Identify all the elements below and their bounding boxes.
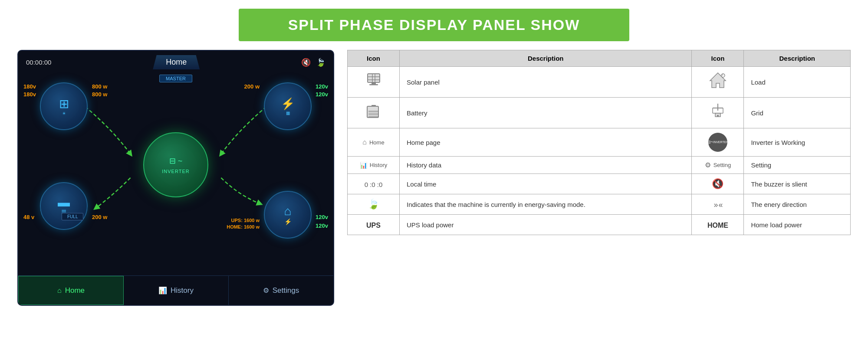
svg-rect-12 bbox=[372, 105, 376, 107]
inverter-symbol: ⊟ ~ bbox=[169, 156, 183, 167]
history-icon-sm: 📊 bbox=[360, 162, 367, 169]
time-display-icon: 0 :0 :0 bbox=[365, 181, 383, 188]
solar-power2: 800 w bbox=[92, 91, 107, 98]
solar-icon-cell bbox=[348, 67, 400, 98]
svg-rect-14 bbox=[368, 113, 379, 115]
nav-settings-label: Settings bbox=[273, 286, 299, 295]
direction-cell: ›› ‹‹ bbox=[692, 194, 744, 215]
grid-voltage1: 120v bbox=[316, 83, 328, 91]
master-badge: MASTER bbox=[159, 75, 192, 82]
top-bar: 00:00:00 Home 🔇 🍃 bbox=[18, 51, 333, 74]
solar-voltage1: 180v bbox=[23, 83, 36, 91]
home-nav-text: Home bbox=[369, 139, 385, 146]
home-page-desc: Home page bbox=[400, 128, 692, 157]
svg-rect-1 bbox=[368, 74, 380, 82]
ups-desc: UPS load power bbox=[400, 215, 692, 235]
full-badge: FULL bbox=[62, 213, 83, 220]
page-title: SPLIT PHASE DISPLAY PANEL SHOW bbox=[256, 16, 612, 33]
svg-rect-22 bbox=[717, 115, 719, 117]
history-nav-text: History bbox=[370, 162, 387, 168]
setting-desc: Setting bbox=[744, 157, 851, 174]
header-banner: SPLIT PHASE DISPLAY PANEL SHOW bbox=[239, 9, 629, 41]
settings-icon-sm: ⚙ bbox=[705, 161, 711, 169]
inverter-circle: ⊟ ~ INVERTER bbox=[143, 132, 208, 197]
home-text-label: HOME bbox=[707, 222, 728, 229]
buzzer-cell: 🔇 bbox=[692, 174, 744, 194]
solar-desc: Solar panel bbox=[400, 67, 692, 98]
direction-arrows-icon: ›› ‹‹ bbox=[713, 200, 722, 209]
leaf-desc: Indicates that the machine is currently … bbox=[400, 194, 692, 215]
grid-power: 200 w bbox=[244, 83, 260, 91]
main-layout: 00:00:00 Home 🔇 🍃 MASTER bbox=[0, 50, 868, 306]
history-desc: History data bbox=[400, 157, 692, 174]
svg-rect-15 bbox=[368, 116, 379, 117]
table-row: 🍃 Indicates that the machine is currentl… bbox=[348, 194, 851, 215]
nav-home-button[interactable]: ⌂ Home bbox=[18, 276, 124, 305]
buzzer-icon: 🔇 bbox=[712, 178, 723, 189]
home-nav-icon: ⌂ bbox=[57, 287, 62, 295]
nav-history-label: History bbox=[171, 286, 194, 295]
screen-title: Home bbox=[153, 55, 200, 69]
ups-text-cell: UPS bbox=[348, 215, 400, 235]
direction-desc: The enery direction bbox=[744, 194, 851, 215]
solar-voltage2: 180v bbox=[23, 91, 36, 98]
bottom-nav: ⌂ Home 📊 History ⚙ Settings bbox=[18, 275, 333, 305]
battery-power: 200 w bbox=[92, 214, 107, 221]
load-voltage2: 120v bbox=[316, 214, 328, 221]
description-table-wrap: Icon Description Icon Description bbox=[347, 50, 851, 235]
leaf-icon-sm: 🍃 bbox=[368, 199, 379, 210]
nav-history-button[interactable]: 📊 History bbox=[124, 276, 229, 305]
battery-voltage: 48 v bbox=[23, 214, 34, 221]
load-ups: UPS: 1600 w HOME: 1600 w bbox=[227, 217, 260, 230]
inverter-working-desc: Inverter is Working bbox=[744, 128, 851, 157]
top-icons: 🔇 🍃 bbox=[301, 58, 326, 67]
home-nav-icon-cell: ⌂ Home bbox=[348, 128, 400, 157]
display-panel: 00:00:00 Home 🔇 🍃 MASTER bbox=[17, 50, 334, 306]
buzzer-desc: The buzzer is slient bbox=[744, 174, 851, 194]
description-table: Icon Description Icon Description bbox=[347, 50, 851, 235]
battery-circle: ▬ ≡ bbox=[40, 182, 88, 230]
leaf-cell: 🍃 bbox=[348, 194, 400, 215]
home-text-cell: HOME bbox=[692, 215, 744, 235]
load-house-icon: ⌂ bbox=[284, 204, 292, 218]
load-icon-cell bbox=[692, 67, 744, 98]
solar-panel-icon: ⊞ bbox=[59, 97, 69, 111]
ups-label: UPS bbox=[366, 222, 381, 229]
clock-display: 00:00:00 bbox=[26, 59, 51, 66]
col-icon2: Icon bbox=[692, 50, 744, 67]
grid-sublabel: ▦ bbox=[286, 111, 290, 115]
svg-rect-6 bbox=[372, 82, 376, 84]
table-row: ⌂ Home Home page ⊟~INVERTER Inverter is … bbox=[348, 128, 851, 157]
nav-settings-button[interactable]: ⚙ Settings bbox=[229, 276, 333, 305]
solar-power1: 800 w bbox=[92, 83, 107, 91]
grid-icon-cell bbox=[692, 98, 744, 128]
col-desc1: Description bbox=[400, 50, 692, 67]
col-icon1: Icon bbox=[348, 50, 400, 67]
home-icon-sm: ⌂ bbox=[362, 138, 367, 146]
solar-circle: ⊞ ☀ bbox=[40, 82, 88, 130]
table-row: 📊 History History data ⚙ Setting Setting bbox=[348, 157, 851, 174]
solar-sublabel: ☀ bbox=[62, 111, 66, 116]
svg-rect-7 bbox=[369, 84, 378, 85]
svg-rect-13 bbox=[368, 111, 379, 112]
inverter-label: INVERTER bbox=[162, 169, 189, 174]
grid-voltage2: 120v bbox=[316, 91, 328, 98]
table-row: 0 :0 :0 Local time 🔇 The buzzer is slien… bbox=[348, 174, 851, 194]
load-plug-icon: ⚡ bbox=[284, 218, 292, 225]
time-desc: Local time bbox=[400, 174, 692, 194]
load-desc: Load bbox=[744, 67, 851, 98]
energy-area: ⊞ ☀ 180v 180v 800 w 800 w ⚡ ▦ bbox=[18, 74, 333, 256]
col-desc2: Description bbox=[744, 50, 851, 67]
inverter-working-cell: ⊟~INVERTER bbox=[692, 128, 744, 157]
leaf-icon: 🍃 bbox=[316, 58, 326, 67]
table-row: Battery Grid bbox=[348, 98, 851, 128]
load-circle: ⌂ ⚡ bbox=[264, 191, 312, 239]
battery-icon-cell bbox=[348, 98, 400, 128]
svg-line-10 bbox=[722, 75, 723, 75]
settings-nav-icon: ⚙ bbox=[263, 286, 269, 295]
mute-icon: 🔇 bbox=[301, 58, 311, 67]
battery-desc: Battery bbox=[400, 98, 692, 128]
history-nav-icon: 📊 bbox=[158, 286, 167, 295]
inverter-working-icon: ⊟~INVERTER bbox=[708, 133, 727, 152]
settings-nav-text: Setting bbox=[713, 162, 731, 168]
